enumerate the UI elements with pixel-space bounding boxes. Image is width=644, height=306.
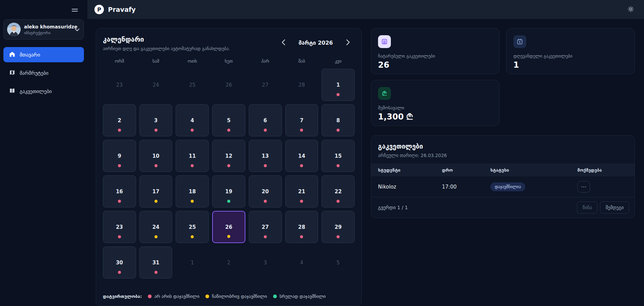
weekday-label: ოთხ: [176, 59, 209, 64]
next-page-button[interactable]: შემდეგი: [600, 201, 629, 214]
calendar-day[interactable]: 9: [103, 140, 136, 172]
day-number: 13: [262, 153, 269, 159]
calendar-day[interactable]: 6: [249, 104, 282, 136]
weekday-label: ორშ: [103, 59, 136, 64]
calendar-day[interactable]: 12: [212, 140, 245, 172]
column-header-status: სტატუსი: [490, 168, 577, 173]
calendar-day[interactable]: 4: [176, 104, 209, 136]
calendar-day[interactable]: 7: [285, 104, 318, 136]
calendar-day[interactable]: 14: [285, 140, 318, 172]
calendar-day[interactable]: 11: [176, 140, 209, 172]
day-number: 7: [300, 117, 303, 124]
day-number: 12: [225, 153, 232, 159]
calendar-legend: დატვირთულობა: არ არის დაჯავშნილი ნაწილობ…: [103, 288, 355, 299]
pink-availability-dot: [337, 200, 340, 203]
calendar-day[interactable]: 29: [321, 211, 355, 243]
day-number: 17: [152, 189, 159, 195]
menu-toggle-button[interactable]: [70, 7, 79, 15]
day-number: 4: [300, 260, 304, 266]
green-availability-dot: [227, 200, 230, 203]
calendar-day: 1: [176, 246, 209, 279]
day-number: 8: [336, 117, 340, 124]
calendar-day[interactable]: 15: [321, 140, 355, 172]
prev-page-button[interactable]: წინა: [577, 201, 597, 214]
calendar-day[interactable]: 23: [103, 211, 136, 243]
ellipsis-icon: ⋯: [581, 184, 586, 190]
user-profile-card[interactable]: aleko khomasuridze ინსტრუქტორი: [3, 19, 84, 40]
day-number: 31: [152, 260, 159, 266]
calendar-day[interactable]: 18: [176, 175, 209, 207]
day-number: 27: [262, 224, 269, 230]
prev-month-button[interactable]: [280, 38, 287, 48]
home-icon: [9, 51, 15, 58]
calendar-day[interactable]: 10: [139, 140, 173, 172]
stat-value: 26: [378, 60, 492, 70]
calendar-day[interactable]: 1: [321, 69, 355, 101]
pink-availability-dot: [300, 129, 303, 132]
calendar-day[interactable]: 26: [212, 211, 245, 243]
table-header-row: სტუდენტი დრო სტატუსი მოქმედება: [371, 163, 635, 176]
day-number: 16: [116, 189, 123, 195]
calendar-day[interactable]: 21: [285, 175, 318, 207]
stat-card-income: ₾ შემოსავალი 1,300 ₾: [371, 80, 499, 126]
day-number: 30: [116, 260, 123, 266]
day-number: 1: [336, 82, 340, 88]
sidebar-item-home[interactable]: მთავარი: [3, 47, 84, 62]
day-number: 18: [189, 189, 196, 195]
calendar-day[interactable]: 16: [103, 175, 136, 207]
calendar-subtitle: აირჩიეთ დღე და გაკვეთილები ავტომატურად გ…: [103, 46, 230, 51]
calendar-day[interactable]: 31: [139, 246, 173, 279]
yellow-availability-dot: [191, 200, 194, 203]
sidebar-item-routes[interactable]: მარშრუტები: [3, 65, 84, 81]
pink-availability-dot: [337, 164, 340, 167]
calendar-day[interactable]: 20: [249, 175, 282, 207]
column-header-student: სტუდენტი: [378, 168, 442, 173]
calendar-day[interactable]: 17: [139, 175, 173, 207]
pink-availability-dot: [300, 164, 303, 167]
day-number: 2: [118, 117, 121, 124]
calendar-day[interactable]: 19: [212, 175, 245, 207]
lari-icon: ₾: [378, 87, 391, 100]
map-icon: [9, 69, 15, 76]
status-badge: დაჯავშნილია: [490, 182, 525, 191]
pink-availability-dot: [227, 129, 230, 132]
legend-item-fully-booked: სრულად დაჯავშნილი: [273, 294, 326, 299]
calendar-day: 5: [321, 246, 355, 279]
theme-toggle-button[interactable]: [626, 5, 635, 15]
calendar-day[interactable]: 27: [249, 211, 282, 243]
day-number: 27: [262, 82, 268, 88]
calendar-day[interactable]: 3: [139, 104, 173, 136]
day-number: 6: [263, 117, 267, 124]
pink-availability-dot: [118, 271, 121, 274]
bookings-title: გაკვეთილები: [378, 143, 628, 150]
calendar-day: 2: [212, 246, 245, 279]
calendar-day[interactable]: 13: [249, 140, 282, 172]
legend-item-not-booked: არ არის დაჯავშნილი: [148, 294, 199, 299]
more-actions-button[interactable]: ⋯: [577, 181, 590, 193]
day-number: 26: [225, 224, 232, 230]
hamburger-icon: [72, 8, 78, 13]
calendar-day[interactable]: 2: [103, 104, 136, 136]
calendar-day[interactable]: 5: [212, 104, 245, 136]
sidebar-item-lessons[interactable]: გაკვეთილები: [3, 84, 84, 99]
column-header-time: დრო: [442, 168, 490, 173]
day-number: 9: [118, 153, 121, 159]
calendar-day[interactable]: 25: [176, 211, 209, 243]
calendar-day[interactable]: 22: [321, 175, 355, 207]
calendar-day[interactable]: 8: [321, 104, 355, 136]
calendar-day[interactable]: 28: [285, 211, 318, 243]
weekday-label: კვი: [321, 59, 355, 64]
chevron-right-icon: [346, 39, 350, 46]
calendar-grid: 2324252627281234567891011121314151617181…: [103, 69, 355, 279]
next-month-button[interactable]: [345, 38, 351, 48]
pink-availability-dot: [118, 235, 121, 238]
weekday-header-row: ორშ სამ ოთხ ხუთ პარ შაბ კვი: [103, 59, 355, 64]
calendar-day[interactable]: 24: [139, 211, 173, 243]
calendar-day[interactable]: 30: [103, 246, 136, 279]
pink-availability-dot: [118, 164, 121, 167]
pink-availability-dot: [154, 164, 157, 167]
day-number: 1: [191, 260, 194, 266]
day-number: 3: [154, 117, 157, 124]
calendar-day: 3: [249, 246, 282, 279]
pink-availability-dot: [191, 129, 194, 132]
